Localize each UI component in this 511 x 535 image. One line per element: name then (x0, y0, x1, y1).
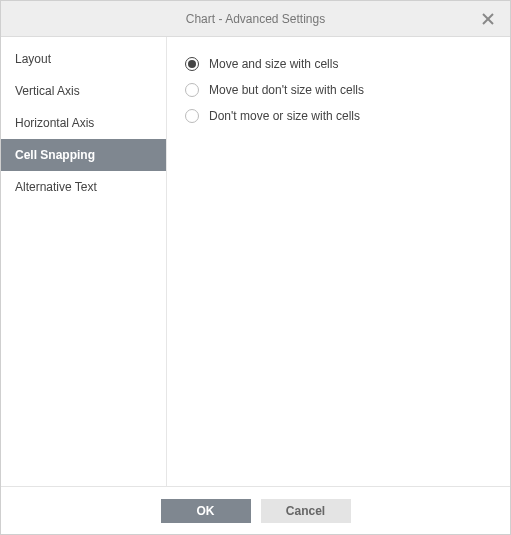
titlebar: Chart - Advanced Settings (1, 1, 510, 37)
radio-icon (185, 83, 199, 97)
close-button[interactable] (474, 1, 502, 37)
sidebar: Layout Vertical Axis Horizontal Axis Cel… (1, 37, 167, 486)
sidebar-item-horizontal-axis[interactable]: Horizontal Axis (1, 107, 166, 139)
ok-button[interactable]: OK (161, 499, 251, 523)
dialog-footer: OK Cancel (1, 486, 510, 534)
radio-label: Move but don't size with cells (209, 83, 364, 97)
radio-move-and-size[interactable]: Move and size with cells (185, 51, 492, 77)
radio-icon (185, 57, 199, 71)
sidebar-item-alternative-text[interactable]: Alternative Text (1, 171, 166, 203)
sidebar-item-label: Cell Snapping (15, 148, 95, 162)
cancel-button[interactable]: Cancel (261, 499, 351, 523)
dialog-body: Layout Vertical Axis Horizontal Axis Cel… (1, 37, 510, 486)
button-label: OK (197, 504, 215, 518)
sidebar-item-label: Layout (15, 52, 51, 66)
radio-icon (185, 109, 199, 123)
button-label: Cancel (286, 504, 325, 518)
radio-label: Move and size with cells (209, 57, 338, 71)
radio-move-no-size[interactable]: Move but don't size with cells (185, 77, 492, 103)
sidebar-item-vertical-axis[interactable]: Vertical Axis (1, 75, 166, 107)
radio-label: Don't move or size with cells (209, 109, 360, 123)
radio-no-move-no-size[interactable]: Don't move or size with cells (185, 103, 492, 129)
sidebar-item-label: Horizontal Axis (15, 116, 94, 130)
dialog-title: Chart - Advanced Settings (186, 12, 325, 26)
close-icon (482, 13, 494, 25)
advanced-settings-dialog: Chart - Advanced Settings Layout Vertica… (0, 0, 511, 535)
sidebar-item-cell-snapping[interactable]: Cell Snapping (1, 139, 166, 171)
content-panel: Move and size with cells Move but don't … (167, 37, 510, 486)
sidebar-item-label: Alternative Text (15, 180, 97, 194)
sidebar-item-label: Vertical Axis (15, 84, 80, 98)
sidebar-item-layout[interactable]: Layout (1, 43, 166, 75)
